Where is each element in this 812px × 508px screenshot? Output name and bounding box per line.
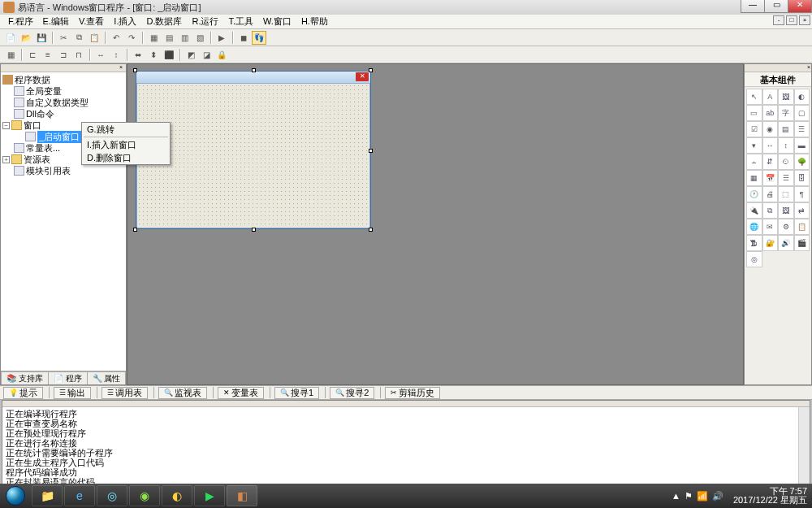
comp-slider-icon[interactable]: ⫠	[746, 154, 762, 170]
comp-tab-icon[interactable]: ▤	[778, 121, 794, 137]
comp-edit-icon[interactable]: ab	[762, 105, 779, 121]
ctx-insert-window[interactable]: I.插入新窗口	[82, 138, 170, 151]
comp-sock-icon[interactable]: 🔌	[746, 202, 762, 219]
resize-handle[interactable]	[369, 228, 373, 232]
btab-calls[interactable]: ☰调用表	[102, 387, 148, 399]
comp-picture-icon[interactable]: 🖼	[778, 89, 794, 105]
comp-http-icon[interactable]: 🌐	[746, 219, 762, 235]
comp-cal-icon[interactable]: 📅	[762, 170, 779, 186]
btab-tips[interactable]: 💡提示	[3, 387, 43, 399]
al-top-icon[interactable]: ⊓	[71, 48, 86, 62]
resize-handle[interactable]	[133, 68, 137, 72]
comp-timer-icon[interactable]: ⏲	[778, 154, 794, 170]
btab-find2[interactable]: 🔍搜寻2	[330, 387, 374, 399]
resize-handle[interactable]	[369, 149, 373, 153]
al-lock-icon[interactable]: 🔒	[214, 48, 229, 62]
tree-global-vars[interactable]: 全局变量	[26, 85, 62, 98]
comp-zip-icon[interactable]: 🗜	[746, 235, 762, 251]
tray-flag-icon[interactable]: ⚑	[685, 491, 693, 501]
tb-grid4-icon[interactable]: ▧	[192, 31, 207, 45]
tb-save-icon[interactable]: 💾	[34, 31, 49, 45]
output-vscrollbar[interactable]	[798, 407, 810, 488]
menu-window[interactable]: W.窗口	[258, 15, 296, 28]
tb-run-icon[interactable]: ▶	[214, 31, 229, 45]
task-360-icon[interactable]: ◉	[129, 485, 160, 506]
btab-vars[interactable]: ✕变量表	[218, 387, 264, 399]
menu-tools[interactable]: T.工具	[223, 15, 258, 28]
tree-root[interactable]: 程序数据	[15, 74, 50, 86]
tb-copy-icon[interactable]: ⧉	[71, 31, 86, 45]
comp-list-icon[interactable]: ☰	[794, 121, 810, 137]
comp-reg-icon[interactable]: ⚙	[778, 219, 794, 235]
resize-handle[interactable]	[133, 228, 137, 232]
comp-hscroll-icon[interactable]: ↔	[762, 137, 779, 154]
comp-clock-icon[interactable]: 🕐	[746, 186, 762, 202]
tb-paste-icon[interactable]: 📋	[87, 31, 102, 45]
tb-open-icon[interactable]: 📂	[19, 31, 33, 45]
component-close-icon[interactable]: ×	[807, 64, 810, 70]
comp-grid-icon[interactable]: ▦	[746, 170, 762, 186]
tree-resources[interactable]: 资源表	[24, 154, 50, 166]
left-tab-support[interactable]: 📚 支持库	[1, 371, 49, 384]
comp-label-icon[interactable]: A	[762, 89, 779, 105]
tray-sound-icon[interactable]: 🔊	[712, 491, 723, 501]
tb-undo-icon[interactable]: ↶	[109, 31, 123, 45]
comp-shape-icon[interactable]: ◐	[794, 89, 810, 105]
al-left-icon[interactable]: ⊏	[25, 48, 40, 62]
comp-mail-icon[interactable]: ✉	[762, 219, 779, 235]
tb-new-icon[interactable]: 📄	[3, 31, 18, 45]
tb-grid3-icon[interactable]: ▥	[177, 31, 192, 45]
al-center-icon[interactable]: ≡	[41, 48, 55, 62]
tree-start-window[interactable]: _启动窗口	[37, 131, 81, 143]
al-right-icon[interactable]: ⊐	[56, 48, 71, 62]
comp-img-icon[interactable]: 🖼	[778, 202, 794, 219]
comp-ftp-icon[interactable]: ⇄	[794, 202, 810, 219]
al-back-icon[interactable]: ◪	[199, 48, 214, 62]
resize-handle[interactable]	[369, 68, 373, 72]
comp-combo-icon[interactable]: ▾	[746, 137, 762, 154]
comp-rich-icon[interactable]: ¶	[794, 186, 810, 202]
comp-tree-icon[interactable]: 🌳	[794, 154, 810, 170]
task-ie-icon[interactable]: e	[64, 485, 95, 506]
task-eyuyan-icon[interactable]: ◧	[227, 485, 257, 506]
comp-ole-icon[interactable]: ⬚	[778, 186, 794, 202]
al-front-icon[interactable]: ◩	[184, 48, 198, 62]
left-tab-program[interactable]: 📄 程序	[48, 371, 88, 384]
tray-clock[interactable]: 下午 7:57 2017/12/22 星期五	[733, 487, 807, 505]
comp-panel-icon[interactable]: ▢	[794, 105, 810, 121]
close-button[interactable]: ✕	[788, 0, 812, 13]
start-button[interactable]	[0, 484, 31, 508]
menu-database[interactable]: D.数据库	[141, 15, 187, 28]
comp-db-icon[interactable]: 🗄	[794, 170, 810, 186]
comp-print-icon[interactable]: 🖨	[762, 186, 779, 202]
tree-modules[interactable]: 模块引用表	[26, 165, 71, 177]
al-same-icon[interactable]: ⬛	[162, 48, 176, 62]
tray-net-icon[interactable]: 📶	[697, 491, 708, 501]
ctx-goto[interactable]: G.跳转	[82, 123, 170, 136]
comp-enc-icon[interactable]: 🔐	[762, 235, 779, 251]
tb-grid1-icon[interactable]: ▦	[146, 31, 161, 45]
menu-run[interactable]: R.运行	[187, 15, 223, 28]
menu-view[interactable]: V.查看	[74, 15, 109, 28]
comp-vscroll-icon[interactable]: ↕	[778, 137, 794, 154]
tree-collapse-icon[interactable]: −	[2, 122, 10, 129]
comp-button-icon[interactable]: ▭	[746, 105, 762, 121]
comp-spin-icon[interactable]: ⇵	[762, 154, 779, 170]
tb-stop-icon[interactable]: ◼	[236, 31, 251, 45]
menu-insert[interactable]: I.插入	[109, 15, 141, 28]
tree-dll[interactable]: Dll命令	[26, 108, 54, 120]
btab-find1[interactable]: 🔍搜寻1	[274, 387, 319, 399]
tray-up-icon[interactable]: ▲	[672, 491, 680, 501]
comp-obc-icon[interactable]: ◎	[746, 251, 762, 267]
comp-vid-icon[interactable]: 🎬	[794, 235, 810, 251]
al-vspace-icon[interactable]: ↕	[109, 48, 123, 62]
task-qq-icon[interactable]: ◐	[162, 485, 192, 506]
tb-find-icon[interactable]: 👣	[252, 31, 266, 45]
al-same-h-icon[interactable]: ⬍	[146, 48, 161, 62]
comp-check-icon[interactable]: ☑	[746, 121, 762, 137]
al-hspace-icon[interactable]: ↔	[93, 48, 108, 62]
tree-expand-icon[interactable]: +	[2, 156, 10, 163]
menu-program[interactable]: F.程序	[3, 15, 38, 28]
menu-help[interactable]: H.帮助	[296, 15, 333, 28]
mdi-restore-button[interactable]: □	[786, 15, 797, 25]
